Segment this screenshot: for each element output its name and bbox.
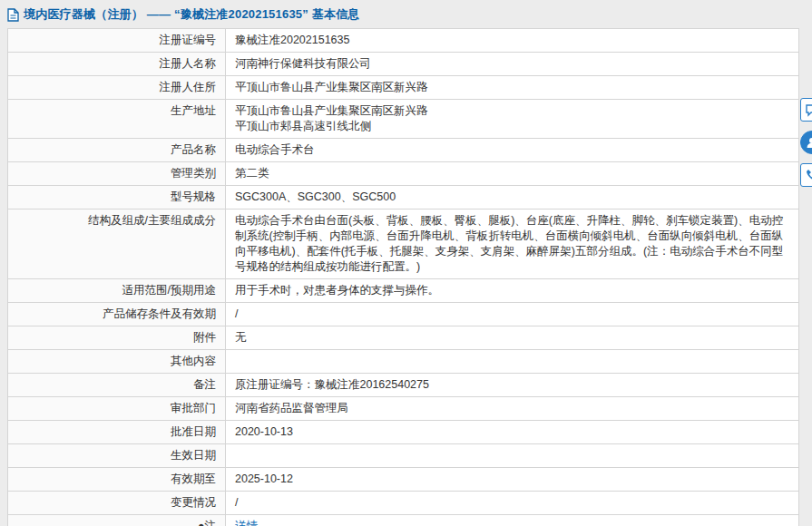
row-label: 管理类别 [8, 162, 226, 185]
table-row: 型号规格 SGC300A、SGC300、SGC500 [8, 186, 798, 209]
row-value: 用于手术时，对患者身体的支撑与操作。 [226, 279, 798, 302]
row-label: 注册人名称 [8, 53, 226, 75]
document-icon [7, 8, 19, 22]
row-label: 其他内容 [8, 350, 226, 373]
table-row: ●注 详情 [8, 515, 798, 526]
table-row: 适用范围/预期用途 用于手术时，对患者身体的支撑与操作。 [8, 279, 798, 303]
row-value [226, 444, 798, 467]
table-row: 注册人名称 河南神行保健科技有限公司 [8, 53, 798, 76]
row-value: 2020-10-13 [226, 421, 798, 443]
table-row: 备注 原注册证编号：豫械注准20162540275 [8, 374, 798, 397]
row-label: 结构及组成/主要组成成分 [8, 209, 226, 278]
row-label: 生效日期 [8, 444, 226, 467]
row-value: 平顶山市鲁山县产业集聚区南区新兴路 [226, 76, 798, 99]
row-value: SGC300A、SGC300、SGC500 [226, 186, 798, 209]
table-row: 变更情况 / [8, 492, 798, 515]
row-label: 型号规格 [8, 186, 226, 209]
page-header: 境内医疗器械（注册） —— “豫械注准20202151635” 基本信息 [0, 0, 812, 27]
row-value: 2025-10-12 [226, 468, 798, 491]
registration-info-table: 注册证编号 豫械注准20202151635 注册人名称 河南神行保健科技有限公司… [7, 28, 799, 526]
table-row: 审批部门 河南省药品监督管理局 [8, 397, 798, 421]
row-value: 详情 [226, 515, 798, 526]
row-label: 附件 [8, 326, 226, 349]
table-row: 产品名称 电动综合手术台 [8, 139, 798, 162]
table-row: 结构及组成/主要组成成分 电动综合手术台由台面(头板、背板、腰板、臀板、腿板)、… [8, 209, 798, 279]
row-label: 生产地址 [8, 100, 226, 138]
row-label: 注册证编号 [8, 29, 226, 52]
table-row: 批准日期 2020-10-13 [8, 421, 798, 444]
row-value: 河南神行保健科技有限公司 [226, 53, 798, 75]
service-icon[interactable] [800, 131, 812, 154]
table-row: 附件 无 [8, 326, 798, 350]
row-value: 平顶山市鲁山县产业集聚区南区新兴路 平顶山市郏县高速引线北侧 [226, 100, 798, 138]
row-value: 原注册证编号：豫械注准20162540275 [226, 374, 798, 396]
table-row: 其他内容 [8, 350, 798, 374]
row-label: 适用范围/预期用途 [8, 279, 226, 302]
table-row: 产品储存条件及有效期 / [8, 303, 798, 326]
table-row: 有效期至 2025-10-12 [8, 468, 798, 492]
detail-link[interactable]: 详情 [235, 520, 258, 526]
table-row: 注册人住所 平顶山市鲁山县产业集聚区南区新兴路 [8, 76, 798, 100]
row-label: 产品储存条件及有效期 [8, 303, 226, 326]
row-label: 变更情况 [8, 492, 226, 514]
row-label: 批准日期 [8, 421, 226, 443]
row-label: 审批部门 [8, 397, 226, 420]
phone-icon[interactable] [800, 163, 812, 187]
row-value [226, 350, 798, 373]
table-row: 生效日期 [8, 444, 798, 468]
row-value: 豫械注准20202151635 [226, 29, 798, 52]
row-value: / [226, 303, 798, 326]
chat-icon[interactable] [800, 98, 812, 122]
row-value: 河南省药品监督管理局 [226, 397, 798, 420]
row-label: 备注 [8, 374, 226, 396]
table-row: 注册证编号 豫械注准20202151635 [8, 29, 798, 53]
info-table-body: 注册证编号 豫械注准20202151635 注册人名称 河南神行保健科技有限公司… [8, 29, 798, 526]
table-row: 管理类别 第二类 [8, 162, 798, 186]
row-label: ●注 [8, 515, 226, 526]
page-title: 境内医疗器械（注册） —— “豫械注准20202151635” 基本信息 [24, 6, 360, 23]
floating-contact-widget [800, 98, 812, 187]
row-value: 电动综合手术台 [226, 139, 798, 161]
row-value: / [226, 492, 798, 514]
row-label: 产品名称 [8, 139, 226, 161]
row-label: 注册人住所 [8, 76, 226, 99]
row-value: 第二类 [226, 162, 798, 185]
row-label: 有效期至 [8, 468, 226, 491]
row-value: 电动综合手术台由台面(头板、背板、腰板、臀板、腿板)、台座(底座、升降柱、脚轮、… [226, 209, 798, 278]
table-row: 生产地址 平顶山市鲁山县产业集聚区南区新兴路 平顶山市郏县高速引线北侧 [8, 100, 798, 139]
row-value: 无 [226, 326, 798, 349]
